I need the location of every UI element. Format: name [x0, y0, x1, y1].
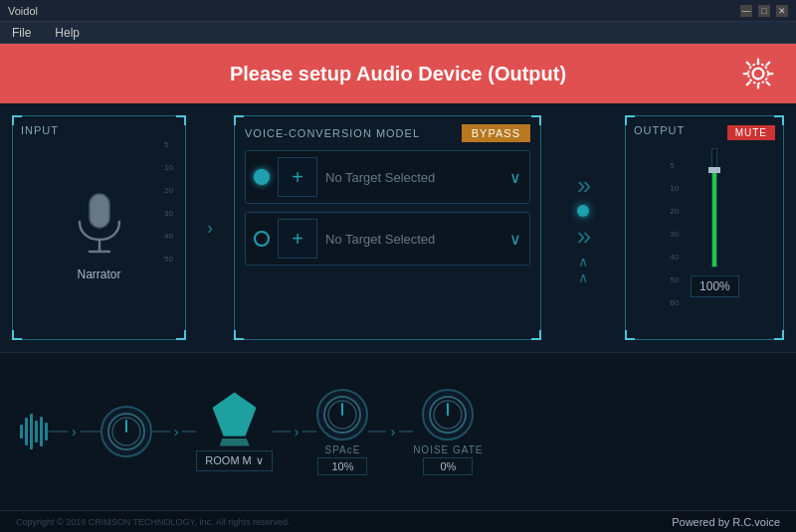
footer: Copyright © 2019 CRIMSON TECHNOLOGY, Inc…	[0, 510, 796, 532]
add-target-icon[interactable]: +	[292, 166, 303, 189]
pitch-knob[interactable]	[100, 406, 152, 457]
input-device-name: Narrator	[77, 267, 120, 281]
pitch-knob-circle[interactable]	[100, 406, 152, 457]
waveform-bars	[20, 412, 48, 451]
main-content: INPUT Narrator 5 10 20 30 40 50	[0, 103, 796, 532]
connector-1	[48, 431, 68, 433]
connector-4	[182, 431, 196, 433]
space-value: 10%	[317, 457, 367, 475]
input-panel: INPUT Narrator 5 10 20 30 40 50	[12, 115, 186, 340]
svg-point-1	[748, 64, 768, 84]
space-knob-indicator	[325, 398, 359, 432]
bypass-button[interactable]: BYPASS	[462, 124, 530, 142]
output-content: 5 10 20 30 40 50 60 100%	[634, 148, 775, 307]
noise-gate-value: 0%	[423, 457, 473, 475]
panels-section: INPUT Narrator 5 10 20 30 40 50	[0, 103, 796, 352]
target-name-1: No Target Selected	[325, 170, 509, 185]
chevron-up-icon: ∧	[578, 254, 588, 269]
connector-3	[152, 431, 170, 433]
noise-gate-indicator	[431, 398, 465, 432]
input-content: Narrator	[21, 140, 177, 331]
connector-2	[81, 431, 100, 433]
chevrons-right-icon-2: »	[577, 221, 589, 252]
fader-fill	[712, 173, 716, 266]
gem-base	[220, 439, 250, 446]
connector-6	[302, 431, 316, 433]
voice-panel-header: VOICE-CONVERSION MODEL BYPASS	[245, 124, 530, 142]
noise-gate-group: NOISE GATE 0%	[413, 389, 483, 475]
input-level-meter: 5 10 20 30 40 50	[157, 140, 173, 327]
target-chevron-1[interactable]: ∨	[509, 168, 521, 187]
target-indicator-1	[254, 169, 270, 185]
fader-handle[interactable]	[708, 167, 720, 173]
output-fader[interactable]: 100%	[691, 148, 739, 307]
effects-section: › ›	[0, 352, 796, 510]
header-bar: Please setup Audio Device (Output)	[0, 44, 796, 103]
minimize-button[interactable]: —	[740, 5, 752, 17]
knob-indicator	[109, 415, 143, 448]
svg-rect-2	[90, 194, 109, 228]
window-title: Voidol	[8, 5, 38, 17]
close-button[interactable]: ✕	[776, 5, 788, 17]
menu-bar: File Help	[0, 22, 796, 44]
volume-percent: 100%	[691, 275, 739, 297]
chevron-up-icon-2: ∧	[578, 269, 588, 285]
room-chevron-icon: ∨	[256, 454, 264, 467]
connector-8	[399, 431, 413, 433]
effect-chain: › ›	[20, 389, 776, 475]
svg-point-0	[753, 69, 764, 80]
title-bar: Voidol — □ ✕	[0, 0, 796, 22]
space-knob-inner	[323, 396, 361, 434]
space-effect: ROOM M ∨	[196, 393, 272, 471]
footer-copyright: Copyright © 2019 CRIMSON TECHNOLOGY, Inc…	[16, 517, 290, 527]
noise-gate-knob-inner	[429, 396, 467, 434]
output-label: OUTPUT	[634, 124, 685, 136]
add-target-icon-2[interactable]: +	[292, 228, 303, 251]
target-name-2: No Target Selected	[325, 232, 509, 247]
settings-button[interactable]	[740, 56, 776, 91]
input-label: INPUT	[21, 124, 59, 136]
waveform-visualizer	[20, 412, 48, 451]
space-knob-circle[interactable]	[316, 389, 368, 441]
dot-indicator	[577, 205, 589, 217]
chevrons-right-icon: »	[577, 170, 589, 201]
voice-panel-title: VOICE-CONVERSION MODEL	[245, 127, 420, 139]
center-arrows: » » ∧ ∧	[553, 115, 613, 340]
voice-panel: VOICE-CONVERSION MODEL BYPASS + No Targe…	[234, 115, 541, 340]
pitch-knob-inner	[107, 413, 145, 450]
target-indicator-2	[254, 231, 270, 247]
voice-target-row-2[interactable]: + No Target Selected ∨	[245, 212, 530, 266]
menu-help[interactable]: Help	[51, 24, 84, 42]
noise-gate-label: NOISE GATE	[413, 444, 483, 455]
voice-target-row-1[interactable]: + No Target Selected ∨	[245, 150, 530, 204]
window-controls[interactable]: — □ ✕	[740, 5, 788, 17]
mic-icon	[72, 190, 127, 260]
room-label: ROOM M	[205, 454, 251, 466]
fader-track[interactable]	[711, 148, 717, 267]
target-thumbnail-2: +	[278, 219, 317, 259]
noise-gate-knob-circle[interactable]	[422, 389, 474, 441]
connector-arrow-1: ›	[72, 424, 77, 440]
connector-7	[368, 431, 386, 433]
room-selector[interactable]: ROOM M ∨	[196, 450, 272, 471]
space-knob-group: SPAcE 10%	[316, 389, 368, 475]
connector-arrow-2: ›	[174, 424, 179, 440]
input-to-voice-arrow: ›	[198, 115, 222, 340]
right-arrow-icon: ›	[207, 218, 213, 239]
output-panel: OUTPUT MUTE 5 10 20 30 40 50 60	[625, 115, 784, 340]
menu-file[interactable]: File	[8, 24, 35, 42]
connector-arrow-4: ›	[390, 424, 395, 440]
header-message: Please setup Audio Device (Output)	[230, 63, 566, 86]
maximize-button[interactable]: □	[758, 5, 770, 17]
output-header: OUTPUT MUTE	[634, 124, 775, 140]
connector-5	[273, 431, 291, 433]
mute-button[interactable]: MUTE	[727, 125, 775, 140]
target-thumbnail-1: +	[278, 157, 317, 197]
gem-shape	[213, 393, 257, 437]
footer-powered-by: Powered by R.C.voice	[672, 516, 780, 528]
connector-arrow-3: ›	[295, 424, 299, 440]
space-label: SPAcE	[325, 444, 361, 455]
target-chevron-2[interactable]: ∨	[509, 230, 521, 249]
output-level-numbers: 5 10 20 30 40 50 60	[670, 159, 679, 307]
